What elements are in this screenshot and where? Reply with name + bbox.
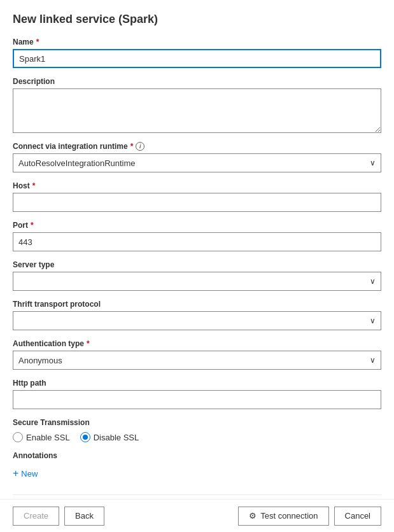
create-button[interactable]: Create xyxy=(13,507,59,526)
http-path-field-group: Http path xyxy=(13,379,381,409)
thrift-label: Thrift transport protocol xyxy=(13,300,381,309)
enable-ssl-radio[interactable] xyxy=(13,432,23,442)
disable-ssl-radio[interactable] xyxy=(80,432,90,442)
name-required-star: * xyxy=(36,38,39,46)
secure-transmission-group: Secure Transmission Enable SSL Disable S… xyxy=(13,418,381,442)
host-label: Host * xyxy=(13,181,381,190)
annotations-label: Annotations xyxy=(13,451,381,460)
ssl-radio-group: Enable SSL Disable SSL xyxy=(13,432,381,442)
server-type-dropdown[interactable]: ∨ xyxy=(13,272,381,291)
server-type-field-group: Server type ∨ xyxy=(13,260,381,291)
http-path-input[interactable] xyxy=(13,390,381,409)
footer: Create Back ⚙ Test connection Cancel xyxy=(0,499,394,532)
new-annotation-button[interactable]: + New xyxy=(13,465,381,482)
enable-ssl-option[interactable]: Enable SSL xyxy=(13,432,70,442)
page-title: New linked service (Spark) xyxy=(13,13,381,26)
port-required-star: * xyxy=(31,221,34,230)
server-type-label: Server type xyxy=(13,260,381,269)
port-input[interactable] xyxy=(13,232,381,251)
cancel-button[interactable]: Cancel xyxy=(334,507,381,526)
integration-runtime-field-group: Connect via integration runtime * i Auto… xyxy=(13,142,381,172)
host-required-star: * xyxy=(32,181,36,190)
integration-runtime-dropdown[interactable]: AutoResolveIntegrationRuntime ∨ xyxy=(13,153,381,172)
ir-dropdown-arrow-icon: ∨ xyxy=(370,158,376,167)
footer-right: ⚙ Test connection Cancel xyxy=(238,507,381,526)
ir-info-icon[interactable]: i xyxy=(136,142,144,151)
back-button[interactable]: Back xyxy=(64,507,104,526)
new-annotation-label: New xyxy=(21,469,38,479)
disable-ssl-label: Disable SSL xyxy=(94,433,139,442)
plus-icon: + xyxy=(13,468,18,479)
divider xyxy=(13,494,381,495)
auth-required-star: * xyxy=(87,339,90,348)
integration-runtime-label: Connect via integration runtime * i xyxy=(13,142,381,151)
host-field-group: Host * xyxy=(13,181,381,212)
auth-dropdown-arrow-icon: ∨ xyxy=(370,356,376,365)
disable-ssl-radio-inner xyxy=(83,435,88,440)
server-type-dropdown-arrow-icon: ∨ xyxy=(370,277,376,286)
host-input[interactable] xyxy=(13,193,381,212)
thrift-dropdown[interactable]: ∨ xyxy=(13,311,381,330)
disable-ssl-option[interactable]: Disable SSL xyxy=(80,432,139,442)
port-label: Port * xyxy=(13,221,381,230)
description-input[interactable] xyxy=(13,88,381,133)
ir-required-star: * xyxy=(130,142,134,151)
test-connection-icon: ⚙ xyxy=(249,511,257,521)
port-field-group: Port * xyxy=(13,221,381,251)
name-input[interactable] xyxy=(13,49,381,68)
description-field-group: Description xyxy=(13,77,381,133)
auth-dropdown[interactable]: Anonymous ∨ xyxy=(13,351,381,370)
thrift-field-group: Thrift transport protocol ∨ xyxy=(13,300,381,330)
thrift-dropdown-arrow-icon: ∨ xyxy=(370,316,376,325)
auth-field-group: Authentication type * Anonymous ∨ xyxy=(13,339,381,370)
name-field-group: Name * xyxy=(13,38,381,68)
test-connection-label: Test connection xyxy=(260,511,318,521)
test-connection-button[interactable]: ⚙ Test connection xyxy=(238,507,328,526)
name-label: Name * xyxy=(13,38,381,46)
secure-label: Secure Transmission xyxy=(13,418,381,427)
description-label: Description xyxy=(13,77,381,86)
auth-label: Authentication type * xyxy=(13,339,381,348)
annotations-section: Annotations + New xyxy=(13,451,381,482)
http-path-label: Http path xyxy=(13,379,381,388)
enable-ssl-label: Enable SSL xyxy=(26,433,70,442)
